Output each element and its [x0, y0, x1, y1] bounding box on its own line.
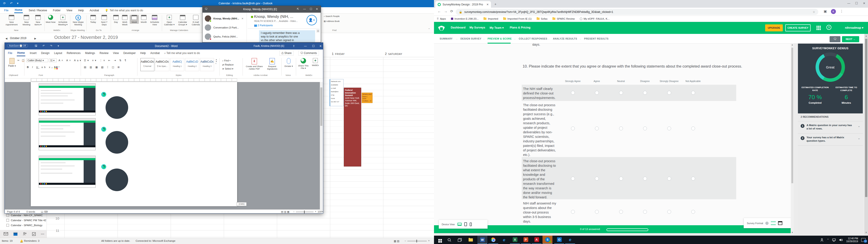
- chat-contact[interactable]: Knosp, Wendy (NIH/...✕: [205, 16, 246, 22]
- browser-scrollbar[interactable]: ▲▼: [864, 34, 868, 235]
- info-icon[interactable]: ?: [765, 222, 769, 225]
- zoom-in-icon[interactable]: +: [428, 239, 430, 242]
- maximize-icon[interactable]: ☐: [310, 7, 312, 11]
- outlook-tab-file[interactable]: File: [4, 9, 8, 12]
- back-icon[interactable]: ←: [438, 9, 441, 13]
- taskbar-chrome-button[interactable]: [488, 236, 498, 244]
- zoom-out-icon[interactable]: –: [405, 239, 406, 242]
- start-button[interactable]: [434, 236, 444, 244]
- paste-button[interactable]: Paste ▾: [7, 58, 17, 67]
- calendar-event-federal-innovation-summit[interactable]: Federal Innovation Summit 1100 New York …: [344, 88, 361, 166]
- word-titlebar[interactable]: AutoSave ⚪ Off 🖫 ↶ ↷ ▾ Document2 - Word …: [5, 43, 323, 50]
- next7days-button[interactable]: Next 7 Days: [99, 15, 110, 26]
- taskbar-excel-button[interactable]: X: [510, 236, 520, 244]
- word-tab-view[interactable]: View: [113, 52, 119, 55]
- one-question-format-icon[interactable]: [771, 221, 776, 225]
- share-button[interactable]: ⎙ Share: [279, 51, 293, 56]
- create-survey-button[interactable]: CREATE SURVEY: [785, 24, 811, 31]
- chat-contact[interactable]: Qashu, Felicia (NIH/...: [205, 33, 246, 40]
- page-indicator[interactable]: Page 4 of 4: [7, 210, 20, 213]
- profile-avatar[interactable]: K: [831, 9, 836, 14]
- word-tab-developer[interactable]: Developer: [123, 52, 136, 55]
- bookmark-item[interactable]: My eOPF: FAULK, K...: [580, 18, 610, 20]
- chevron-down-icon[interactable]: ⌄: [858, 124, 860, 128]
- chevron-down-icon[interactable]: ⌄: [858, 137, 860, 140]
- zoom-percent[interactable]: 100%: [318, 210, 323, 213]
- text-color-tools[interactable]: A A: [54, 66, 58, 68]
- radio-option[interactable]: [643, 210, 647, 214]
- bookmark-folder[interactable]: SPARC Review: [553, 18, 575, 20]
- scroll-up-icon[interactable]: ▲: [316, 29, 320, 33]
- classic-format-icon[interactable]: [778, 221, 782, 225]
- step-present[interactable]: PRESENT RESULTS: [584, 37, 609, 40]
- address-book-button[interactable]: ▤ Address Book: [324, 20, 344, 22]
- word-account-name[interactable]: Faulk, Kristina (NIH/OD) [E]: [254, 44, 284, 47]
- menu-dots-icon[interactable]: ⋮: [840, 9, 843, 13]
- calendar-event-partial[interactable]: Network emavailable e-mailfaulk@ex d byh…: [330, 79, 344, 106]
- date-nav-next-icon[interactable]: ▶: [34, 37, 36, 40]
- style-nospacing[interactable]: AaBbCcDc¶ No Spac...: [155, 58, 169, 71]
- meet-now-button[interactable]: Meet Now: [46, 15, 56, 23]
- outlook-tab-home[interactable]: Home: [14, 7, 23, 13]
- create-share-pdf-button[interactable]: ⇩ Create and Share Adobe PDF: [245, 58, 264, 70]
- radio-option[interactable]: [667, 177, 671, 181]
- embedded-screenshot-3[interactable]: [39, 156, 96, 188]
- notification-center-icon[interactable]: 18: [861, 238, 866, 242]
- step-preview-score[interactable]: PREVIEW & SCORE: [488, 37, 512, 40]
- zoom-slider[interactable]: [296, 212, 313, 212]
- close-icon[interactable]: ✕: [241, 17, 243, 20]
- autosave-toggle[interactable]: AutoSave ⚪ Off: [7, 44, 28, 48]
- taskbar-powerpoint-button[interactable]: P: [521, 236, 531, 244]
- step-summary[interactable]: SUMMARY: [440, 37, 453, 40]
- day-view-button[interactable]: Day: [112, 15, 120, 23]
- recommendation-item[interactable]: 1 A Matrix question in your survey has a…: [798, 121, 863, 133]
- radio-option[interactable]: [643, 126, 647, 130]
- view-mode-icons[interactable]: ▤ ▥ ▦: [281, 210, 289, 213]
- outlook-tab-folder[interactable]: Folder: [53, 9, 61, 12]
- taskbar-clock[interactable]: 12:40 PM10/29/2019: [846, 237, 858, 243]
- calendar-checkbox-row[interactable]: Calendar - SPARC PM Title 42: [6, 219, 46, 222]
- font-name-select[interactable]: Calibri (Body) ▾: [26, 59, 48, 62]
- radio-option[interactable]: [691, 210, 695, 214]
- new-items-button[interactable]: New Items ▾: [33, 15, 43, 26]
- reload-icon[interactable]: ⟳: [450, 9, 453, 13]
- month-view-button[interactable]: Month: [139, 15, 148, 23]
- nav-my-team[interactable]: My Team ▾: [490, 26, 504, 29]
- taskbar-ie2-button[interactable]: e: [565, 236, 575, 244]
- radio-option[interactable]: [595, 91, 599, 95]
- outlook-quick-access-icons[interactable]: ⟳ ↶ ▾: [3, 2, 20, 5]
- word-tellme-box[interactable]: ⌕ Tell me what you want to do: [164, 52, 200, 55]
- surveymonkey-logo-icon[interactable]: [438, 25, 445, 31]
- radio-option[interactable]: [619, 126, 623, 130]
- close-icon[interactable]: ✕: [860, 0, 868, 7]
- new-appointment-button[interactable]: New Appointment: [3, 15, 20, 26]
- word-tab-help[interactable]: Help: [140, 52, 146, 55]
- outlook-tab-help[interactable]: Help: [78, 9, 84, 12]
- more-modules-icon[interactable]: ⋯: [41, 232, 44, 236]
- outlook-tab-view[interactable]: View: [66, 9, 72, 12]
- radio-option[interactable]: [595, 177, 599, 181]
- hidden-icons-chevron[interactable]: ⌃: [827, 238, 829, 241]
- search-people-button[interactable]: ⌕ Search People: [324, 15, 344, 18]
- tablet-icon[interactable]: [464, 222, 467, 226]
- radio-option[interactable]: [643, 91, 647, 95]
- replace-button[interactable]: ⇄ Replace: [222, 63, 234, 67]
- word-quick-access-icons[interactable]: 🖫 ↶ ↷ ▾: [35, 44, 61, 48]
- select-button[interactable]: ➤ Select ▾: [222, 67, 234, 71]
- radio-option[interactable]: [643, 177, 647, 181]
- add-participant-button[interactable]: 👤+: [307, 15, 317, 25]
- chat-contact[interactable]: Conversation (3 Parti...: [205, 24, 246, 31]
- outlook-tab-sendreceive[interactable]: Send / Receive: [29, 9, 47, 12]
- radio-option[interactable]: [667, 126, 671, 130]
- schedule-meeting-button[interactable]: +Schedule Meeting ▾: [57, 15, 69, 26]
- word-tab-review[interactable]: Review: [99, 52, 108, 55]
- step-collect[interactable]: COLLECT RESPONSES: [519, 37, 547, 40]
- word-tab-mailings[interactable]: Mailings: [85, 52, 95, 55]
- word-tab-insert[interactable]: Insert: [30, 52, 37, 55]
- taskbar-acrobat-button[interactable]: A: [532, 236, 541, 244]
- chat-titlebar[interactable]: 🗨 Knosp, Wendy (NIH/OD) [E] ⇱ — ☐ ✕: [203, 6, 321, 13]
- collapse-ribbon-icon[interactable]: ⌃: [428, 28, 430, 30]
- apps-shortcut[interactable]: ⠿Apps: [437, 17, 446, 20]
- zoom-out-icon[interactable]: –: [293, 210, 294, 213]
- webex-button[interactable]: + WebEx: [310, 58, 320, 66]
